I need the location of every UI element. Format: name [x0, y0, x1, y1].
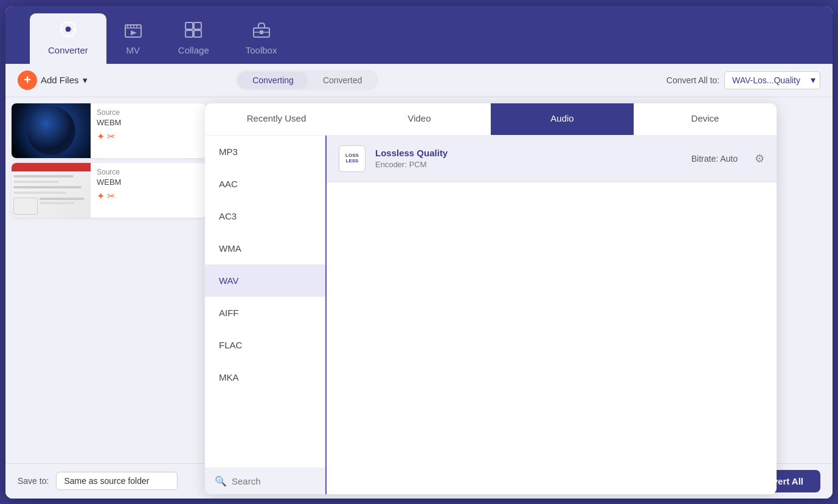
tab-toolbox-label: Toolbox: [246, 45, 277, 55]
file-actions: ✦ ✂: [97, 131, 200, 142]
status-tabs: Converting Converted: [236, 70, 378, 91]
file-info: Source WEBM ✦ ✂: [91, 103, 206, 158]
toolbox-icon: [253, 22, 270, 41]
file-item: Source WEBM ✦ ✂: [12, 103, 206, 158]
convert-all-label: Convert All to:: [667, 75, 719, 85]
format-quality-panel: LOSSLESS Lossless Quality Encoder: PCM B…: [327, 136, 777, 494]
format-item-aac[interactable]: AAC: [205, 168, 325, 200]
status-tab-converting[interactable]: Converting: [238, 72, 308, 89]
status-tab-converted[interactable]: Converted: [308, 72, 377, 89]
top-nav: Converter MV: [5, 6, 833, 64]
convert-all-dropdown-wrapper: WAV-Los...Quality ▾: [724, 71, 820, 89]
cut-icon[interactable]: ✂: [107, 131, 115, 142]
quality-item-lossless[interactable]: LOSSLESS Lossless Quality Encoder: PCM B…: [327, 136, 777, 182]
add-files-dropdown-arrow[interactable]: ▾: [83, 75, 88, 86]
quality-name: Lossless Quality: [375, 148, 682, 158]
quality-encoder: Encoder: PCM: [375, 160, 682, 169]
tab-mv[interactable]: MV: [106, 17, 160, 64]
add-files-label: Add Files: [41, 75, 79, 85]
format-search: 🔍: [205, 468, 325, 494]
file-item: Source WEBM ✦ ✂: [12, 163, 206, 218]
file-thumbnail: [12, 103, 91, 158]
svg-rect-12: [194, 22, 201, 29]
quality-bitrate: Bitrate: Auto: [691, 154, 738, 164]
quality-info: Lossless Quality Encoder: PCM: [375, 148, 682, 169]
format-item-wma[interactable]: WMA: [205, 232, 325, 264]
tab-converter-label: Converter: [48, 45, 88, 55]
toolbar: + Add Files ▾ Converting Converted Conve…: [5, 64, 833, 97]
format-tabs: Recently Used Video Audio Device: [205, 103, 777, 136]
app-window: Converter MV: [5, 6, 833, 499]
format-body: MP3 AAC AC3 WMA WAV: [205, 136, 777, 494]
add-files-button[interactable]: + Add Files ▾: [18, 71, 88, 90]
format-item-flac[interactable]: FLAC: [205, 329, 325, 361]
tab-toolbox[interactable]: Toolbox: [227, 15, 296, 64]
format-item-wav[interactable]: WAV: [205, 264, 325, 297]
search-input[interactable]: [232, 476, 316, 486]
file-format: WEBM: [97, 118, 200, 127]
file-list: Source WEBM ✦ ✂: [12, 103, 206, 457]
format-tab-audio[interactable]: Audio: [491, 103, 634, 135]
search-icon: 🔍: [215, 475, 227, 487]
format-tab-recently-used[interactable]: Recently Used: [205, 103, 348, 135]
star-icon-2[interactable]: ✦: [97, 190, 105, 202]
convert-all-section: Convert All to: WAV-Los...Quality ▾: [667, 71, 820, 89]
format-tab-video[interactable]: Video: [348, 103, 491, 135]
save-to-label: Save to:: [18, 476, 49, 486]
convert-all-dropdown[interactable]: WAV-Los...Quality: [724, 71, 820, 89]
format-item-ac3[interactable]: AC3: [205, 200, 325, 232]
file-format-2: WEBM: [97, 178, 200, 187]
file-thumbnail-screenshot: [12, 163, 91, 218]
format-item-mp3[interactable]: MP3: [205, 136, 325, 168]
star-icon[interactable]: ✦: [97, 131, 105, 142]
format-dropdown: Recently Used Video Audio Device: [205, 103, 777, 494]
quality-icon: LOSSLESS: [339, 145, 365, 172]
save-to-path[interactable]: Same as source folder: [56, 472, 178, 490]
file-source-label-2: Source: [97, 168, 200, 176]
add-files-icon: +: [18, 71, 37, 90]
tab-collage-label: Collage: [178, 45, 209, 55]
converter-icon: [60, 21, 77, 41]
file-info-2: Source WEBM ✦ ✂: [91, 163, 206, 218]
format-item-mka[interactable]: MKA: [205, 361, 325, 393]
settings-icon[interactable]: ⚙: [755, 152, 764, 165]
svg-rect-17: [260, 30, 263, 34]
tab-collage[interactable]: Collage: [160, 15, 227, 64]
mv-icon: [125, 24, 142, 41]
file-actions-2: ✦ ✂: [97, 190, 200, 202]
main-content: + Add Files ▾ Converting Converted Conve…: [5, 64, 833, 499]
format-item-aiff[interactable]: AIFF: [205, 297, 325, 329]
svg-rect-11: [185, 22, 193, 29]
collage-icon: [185, 22, 202, 41]
svg-rect-13: [185, 30, 193, 37]
format-tab-device[interactable]: Device: [634, 103, 777, 135]
file-source-label: Source: [97, 108, 200, 117]
tab-mv-label: MV: [126, 45, 140, 55]
format-list: MP3 AAC AC3 WMA WAV: [205, 136, 327, 494]
tab-converter[interactable]: Converter: [30, 13, 106, 64]
svg-marker-10: [131, 30, 137, 35]
cut-icon-2[interactable]: ✂: [107, 190, 115, 202]
file-list-area: Source WEBM ✦ ✂: [5, 97, 833, 463]
svg-rect-14: [194, 30, 201, 37]
